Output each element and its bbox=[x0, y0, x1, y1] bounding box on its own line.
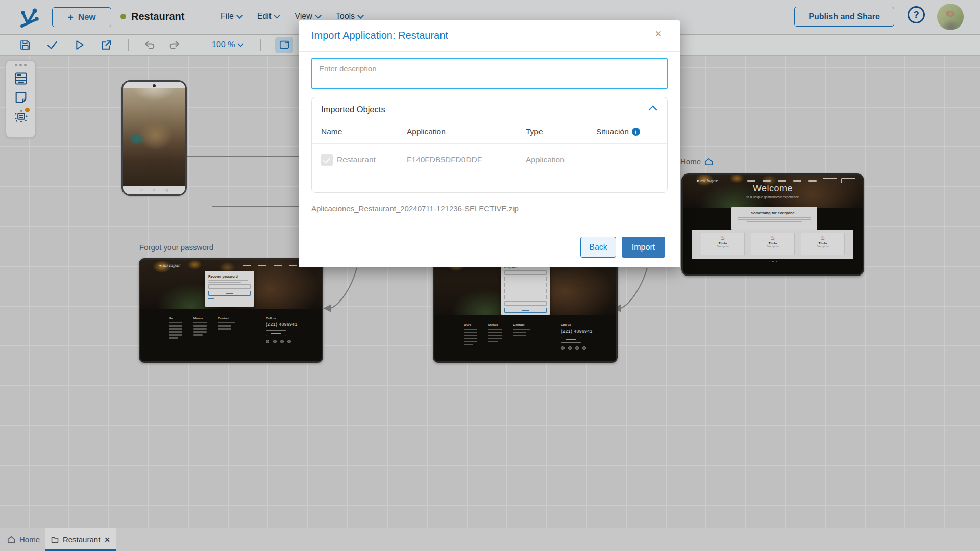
import-application-dialog: Import Application: Restaurant ✕ Importe… bbox=[299, 20, 680, 267]
import-button[interactable]: Import bbox=[622, 237, 665, 258]
row-name: Restaurant bbox=[337, 155, 376, 164]
column-type: Type bbox=[526, 127, 596, 136]
row-application-id: F140FDB5DFD0DDF bbox=[407, 155, 526, 164]
objects-table-header: Name Application Type Situación i bbox=[312, 127, 667, 144]
column-application: Application bbox=[407, 127, 526, 136]
app-window: Splash □ ○ ◁ Forgot your password mi lug… bbox=[0, 0, 980, 551]
dialog-actions: Back Import bbox=[580, 237, 665, 258]
table-row: Restaurant F140FDB5DFD0DDF Application bbox=[312, 144, 667, 176]
info-icon[interactable]: i bbox=[632, 128, 640, 136]
imported-objects-section: Imported Objects Name Application Type S… bbox=[311, 97, 668, 193]
import-file-name: Aplicaciones_Restaurant_20240711-121236-… bbox=[311, 204, 519, 213]
imported-objects-title: Imported Objects bbox=[321, 105, 385, 114]
row-checkbox[interactable] bbox=[321, 154, 333, 166]
close-icon[interactable]: ✕ bbox=[655, 29, 662, 39]
description-input[interactable] bbox=[311, 58, 668, 89]
back-button[interactable]: Back bbox=[580, 237, 616, 258]
dialog-divider bbox=[299, 51, 680, 52]
column-situation: Situación i bbox=[596, 127, 667, 136]
dialog-title: Import Application: Restaurant bbox=[311, 30, 448, 41]
row-type: Application bbox=[526, 155, 596, 164]
chevron-up-icon[interactable] bbox=[649, 106, 657, 114]
column-name: Name bbox=[321, 127, 407, 136]
